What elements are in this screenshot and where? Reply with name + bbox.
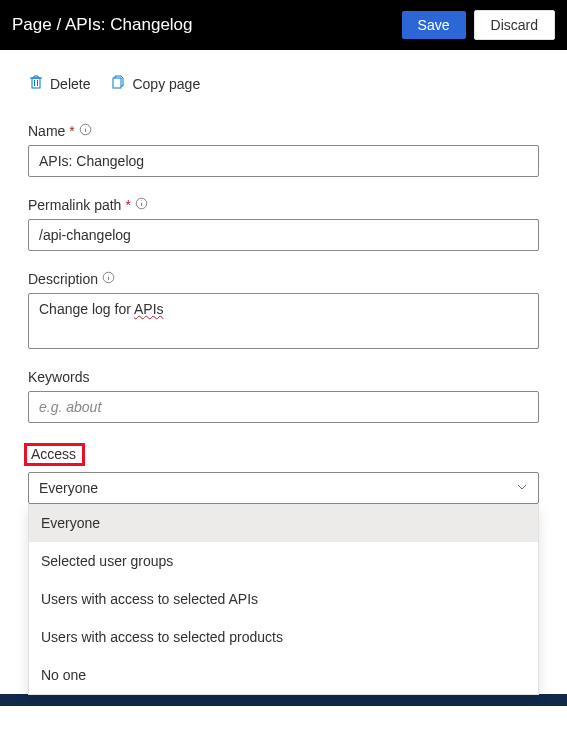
access-label: Access	[28, 443, 539, 466]
permalink-field: Permalink path *	[28, 197, 539, 251]
breadcrumb: Page / APIs: Changelog	[12, 15, 394, 35]
access-select[interactable]: Everyone	[28, 472, 539, 504]
svg-rect-1	[113, 78, 121, 88]
permalink-label-text: Permalink path	[28, 197, 121, 213]
required-marker: *	[125, 197, 130, 213]
description-input[interactable]: Change log for APIs	[28, 293, 539, 349]
info-icon	[79, 123, 92, 139]
discard-button[interactable]: Discard	[474, 10, 555, 40]
keywords-label: Keywords	[28, 369, 539, 385]
copy-label: Copy page	[132, 76, 200, 92]
access-option[interactable]: Selected user groups	[29, 542, 538, 580]
keywords-label-text: Keywords	[28, 369, 89, 385]
access-dropdown: Everyone Selected user groups Users with…	[28, 504, 539, 695]
delete-label: Delete	[50, 76, 90, 92]
access-option[interactable]: Users with access to selected products	[29, 618, 538, 656]
permalink-input[interactable]	[28, 219, 539, 251]
name-field: Name *	[28, 123, 539, 177]
footer-strip	[0, 694, 567, 706]
access-label-text: Access	[24, 443, 85, 466]
form: Name * Permalink path * Description Chan…	[0, 93, 567, 504]
description-text: Change log for APIs	[39, 301, 164, 317]
name-label-text: Name	[28, 123, 65, 139]
access-option[interactable]: Everyone	[29, 504, 538, 542]
access-select-wrap: Everyone Everyone Selected user groups U…	[28, 472, 539, 504]
required-marker: *	[69, 123, 74, 139]
name-label: Name *	[28, 123, 539, 139]
keywords-field: Keywords	[28, 369, 539, 423]
access-option[interactable]: Users with access to selected APIs	[29, 580, 538, 618]
info-icon	[135, 197, 148, 213]
chevron-down-icon	[516, 480, 528, 496]
delete-button[interactable]: Delete	[28, 74, 90, 93]
svg-rect-0	[32, 78, 40, 88]
keywords-input[interactable]	[28, 391, 539, 423]
page-header: Page / APIs: Changelog Save Discard	[0, 0, 567, 50]
info-icon	[102, 271, 115, 287]
name-input[interactable]	[28, 145, 539, 177]
trash-icon	[28, 74, 44, 93]
permalink-label: Permalink path *	[28, 197, 539, 213]
description-label-text: Description	[28, 271, 98, 287]
copy-page-button[interactable]: Copy page	[110, 74, 200, 93]
access-selected-value: Everyone	[39, 480, 98, 496]
description-field: Description Change log for APIs	[28, 271, 539, 349]
description-label: Description	[28, 271, 539, 287]
access-field: Access Everyone Everyone Selected user g…	[28, 443, 539, 504]
copy-icon	[110, 74, 126, 93]
access-option[interactable]: No one	[29, 656, 538, 694]
save-button[interactable]: Save	[402, 11, 466, 39]
toolbar: Delete Copy page	[0, 50, 567, 93]
